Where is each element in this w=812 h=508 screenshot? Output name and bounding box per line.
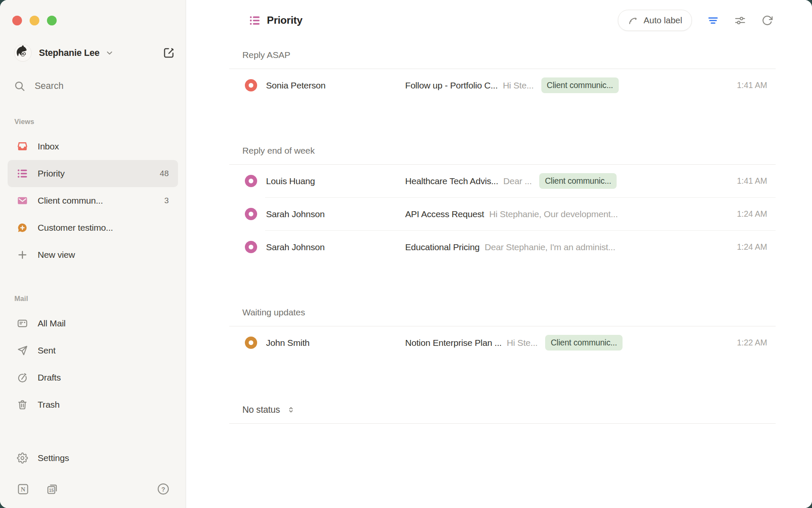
group-title: Reply ASAP xyxy=(229,47,776,64)
mail-section-label: Mail xyxy=(0,292,186,305)
sidebar-item-client-communication[interactable]: Client commun... 3 xyxy=(8,187,178,214)
email-subject: Healthcare Tech Advis... xyxy=(405,176,498,186)
email-subject: Educational Pricing xyxy=(405,242,480,252)
search-input[interactable]: Search xyxy=(14,75,175,97)
inbox-icon xyxy=(17,141,28,152)
sidebar-item-trash[interactable]: Trash xyxy=(8,391,178,418)
status-dot-icon[interactable] xyxy=(245,241,257,253)
filter-icon[interactable] xyxy=(707,14,719,26)
sidebar-item-new-view[interactable]: New view xyxy=(8,241,178,268)
email-time: 1:24 AM xyxy=(737,209,767,219)
email-subject: API Access Request xyxy=(405,209,484,219)
email-row[interactable]: John Smith Notion Enterprise Plan ... Hi… xyxy=(229,326,776,359)
sidebar-item-label: Settings xyxy=(38,453,169,463)
sidebar-item-label: Drafts xyxy=(38,373,169,383)
svg-text:?: ? xyxy=(161,486,165,493)
sidebar-item-label: New view xyxy=(38,250,169,260)
mail-nav: All Mail Sent xyxy=(0,310,186,418)
expand-collapse-icon xyxy=(286,405,296,414)
label-badge[interactable]: Client communic... xyxy=(541,77,619,93)
plus-icon xyxy=(17,249,28,260)
email-time: 1:41 AM xyxy=(737,80,767,90)
status-dot-icon[interactable] xyxy=(245,337,257,349)
notion-calendar-icon[interactable]: 15 xyxy=(46,483,58,495)
mail-app-window: Stephanie Lee Search Views xyxy=(0,0,812,508)
sidebar-item-priority[interactable]: Priority 48 xyxy=(8,160,178,187)
sidebar: Stephanie Lee Search Views xyxy=(0,0,186,508)
unread-count: 48 xyxy=(160,169,169,178)
email-sender: Sonia Peterson xyxy=(266,80,405,91)
priority-list-icon xyxy=(249,15,261,26)
label-badge[interactable]: Client communic... xyxy=(539,173,617,189)
sidebar-item-sent[interactable]: Sent xyxy=(8,337,178,364)
chevron-down-icon xyxy=(105,48,114,58)
no-status-group-toggle[interactable]: No status xyxy=(229,400,776,420)
email-subject: Notion Enterprise Plan ... xyxy=(405,338,502,348)
views-section-label: Views xyxy=(0,115,186,128)
status-dot-icon[interactable] xyxy=(245,208,257,220)
main-panel: Priority Auto label xyxy=(186,0,812,508)
page-title: Priority xyxy=(267,14,302,26)
search-placeholder: Search xyxy=(35,81,63,91)
email-group-reply-end-of-week: Reply end of week Louis Huang Healthcare… xyxy=(229,142,776,263)
user-avatar xyxy=(14,44,32,62)
label-wand-icon xyxy=(628,15,638,26)
email-subject: Follow up - Portfolio C... xyxy=(405,80,498,91)
zoom-window-button[interactable] xyxy=(47,16,57,25)
email-time: 1:41 AM xyxy=(737,176,767,186)
group-title: Waiting updates xyxy=(229,304,776,321)
email-time: 1:22 AM xyxy=(737,338,767,348)
view-header: Priority Auto label xyxy=(186,0,812,41)
close-window-button[interactable] xyxy=(12,16,22,25)
priority-list-icon xyxy=(17,168,28,179)
unread-count: 3 xyxy=(164,196,169,205)
sidebar-item-drafts[interactable]: Drafts xyxy=(8,364,178,391)
sidebar-item-customer-testimonials[interactable]: Customer testimo... xyxy=(8,214,178,241)
drafts-icon xyxy=(17,372,28,383)
email-row[interactable]: Sarah Johnson API Access Request Hi Step… xyxy=(229,198,776,230)
label-badge[interactable]: Client communic... xyxy=(545,335,623,351)
all-mail-icon xyxy=(17,318,28,329)
notion-logo-icon[interactable]: N xyxy=(17,483,29,495)
divider xyxy=(229,423,776,424)
email-row[interactable]: Sonia Peterson Follow up - Portfolio C..… xyxy=(229,69,776,102)
account-switcher[interactable]: Stephanie Lee xyxy=(14,42,175,64)
sidebar-item-label: Priority xyxy=(38,168,160,179)
compose-button[interactable] xyxy=(163,47,175,59)
sidebar-item-settings[interactable]: Settings xyxy=(8,444,178,472)
testimonial-bubble-icon xyxy=(17,222,28,233)
sent-icon xyxy=(17,345,28,356)
sidebar-item-label: Customer testimo... xyxy=(38,223,169,233)
email-time: 1:24 AM xyxy=(737,242,767,252)
trash-icon xyxy=(17,399,28,410)
minimize-window-button[interactable] xyxy=(30,16,39,25)
email-sender: Sarah Johnson xyxy=(266,242,405,252)
envelope-icon xyxy=(17,195,28,206)
status-dot-icon[interactable] xyxy=(245,175,257,187)
app-switcher-row: N 15 ? xyxy=(0,472,186,508)
auto-label-button[interactable]: Auto label xyxy=(618,10,692,31)
email-preview: Hi Ste... xyxy=(507,338,538,348)
search-icon xyxy=(14,80,25,92)
header-controls: Auto label xyxy=(618,10,773,31)
email-preview: Dear ... xyxy=(503,176,532,186)
email-list: Reply ASAP Sonia Peterson Follow up - Po… xyxy=(186,41,812,508)
email-preview: Hi Stephanie, Our development... xyxy=(489,209,618,219)
no-status-label: No status xyxy=(242,405,280,415)
email-sender: Sarah Johnson xyxy=(266,209,405,219)
sidebar-item-inbox[interactable]: Inbox xyxy=(8,133,178,160)
sidebar-bottom: Settings N 15 xyxy=(0,444,186,508)
email-sender: Louis Huang xyxy=(266,176,405,186)
gear-icon xyxy=(17,453,28,464)
refresh-icon[interactable] xyxy=(761,14,773,26)
email-row[interactable]: Louis Huang Healthcare Tech Advis... Dea… xyxy=(229,165,776,197)
svg-text:15: 15 xyxy=(49,488,54,493)
status-dot-icon[interactable] xyxy=(245,79,257,91)
sidebar-item-label: All Mail xyxy=(38,318,169,329)
views-nav: Inbox Priority 48 xyxy=(0,133,186,268)
display-settings-icon[interactable] xyxy=(734,14,746,26)
help-icon[interactable]: ? xyxy=(157,483,170,495)
sidebar-item-all-mail[interactable]: All Mail xyxy=(8,310,178,337)
group-title: Reply end of week xyxy=(229,142,776,159)
email-row[interactable]: Sarah Johnson Educational Pricing Dear S… xyxy=(229,231,776,263)
